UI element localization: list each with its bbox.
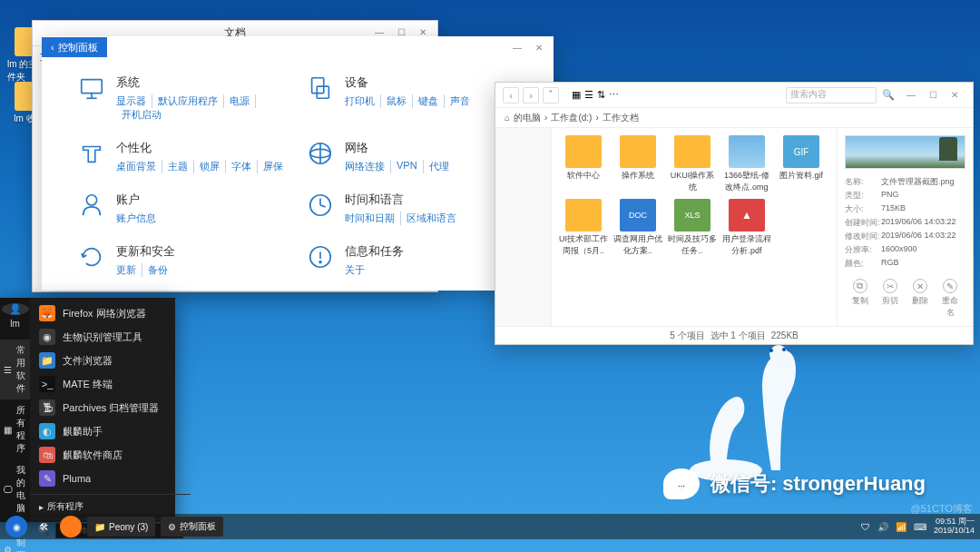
file-tile[interactable]: GIF图片资料.gif	[777, 135, 826, 193]
tab-control-panel[interactable]: ‹ 控制面板	[42, 37, 107, 57]
file-manager-window[interactable]: ‹ › ˄ ▦ ☰ ⇅ ⋯ 搜索内容 🔍 — ☐ ✕ ⌂ 的电脑› 工作盘(d:…	[495, 82, 974, 345]
tray-volume-icon[interactable]: 🔊	[877, 522, 888, 532]
file-tile[interactable]: UKUI操作系统	[668, 135, 717, 193]
start-button[interactable]: ◉	[5, 516, 27, 537]
crumb[interactable]: 工作盘(d:)	[551, 112, 592, 124]
file-tile[interactable]: DOC调查网用户优化方案..	[613, 199, 662, 257]
ctrl-link[interactable]: 开机启动	[116, 108, 167, 122]
ctrl-link[interactable]: 鼠标	[381, 94, 413, 108]
file-tile[interactable]: UI技术部工作周报（5月..	[559, 199, 608, 257]
ctrl-link[interactable]: 显示器	[116, 94, 152, 108]
start-app-item[interactable]: ◉生物识别管理工具	[30, 325, 191, 349]
start-app-item[interactable]: 🦊Firefox 网络浏览器	[30, 301, 191, 325]
preview-action-删除[interactable]: ✕删除	[910, 279, 930, 319]
taskbar-clock[interactable]: 09:51 周一 2019/10/14	[934, 518, 975, 536]
close-button[interactable]: ✕	[944, 84, 965, 106]
start-nav-1[interactable]: ▦所有程序	[0, 399, 30, 459]
ctrl-link[interactable]: 网络连接	[345, 160, 391, 173]
control-panel-window[interactable]: ‹ 控制面板 — ✕ 系统 显示器默认应用程序电源开机启动 设备 打印机鼠标键盘…	[42, 36, 554, 291]
ctrl-link[interactable]: 桌面背景	[116, 160, 162, 173]
preview-action-剪切[interactable]: ✂剪切	[880, 279, 900, 319]
file-tile[interactable]: 软件中心	[559, 135, 608, 193]
tray-network-icon[interactable]: 📶	[896, 522, 906, 532]
file-name: 调查网用户优化方案..	[613, 233, 662, 257]
status-size: 225KB	[771, 330, 799, 340]
view-list-button[interactable]: ☰	[584, 89, 593, 101]
start-app-item[interactable]: >_MATE 终端	[30, 372, 191, 396]
file-name: 用户登录流程分析.pdf	[722, 233, 771, 257]
meta-value: 2019/06/06 14:03:22	[881, 217, 956, 229]
ctrl-category-icon	[307, 74, 334, 102]
ctrl-link[interactable]: 代理	[424, 160, 455, 173]
meta-value: 1600x900	[881, 244, 917, 256]
view-icons-button[interactable]: ▦	[572, 89, 581, 101]
maximize-button[interactable]: ☐	[922, 84, 944, 106]
ctrl-link[interactable]: VPN	[391, 160, 424, 173]
nav-back-button[interactable]: ‹	[503, 87, 519, 104]
ctrl-link[interactable]: 关于	[345, 263, 370, 277]
avatar[interactable]: 👤	[2, 303, 29, 315]
start-app-item[interactable]: ✎Pluma	[30, 467, 191, 490]
preview-action-重命名[interactable]: ✎重命名	[940, 279, 960, 319]
start-nav-2[interactable]: 🖵我的电脑	[0, 459, 30, 519]
ctrl-link[interactable]: 声音	[445, 94, 475, 108]
task-icon: ⚙	[168, 522, 176, 532]
crumb[interactable]: 的电脑	[514, 112, 541, 124]
start-app-item[interactable]: 🗜Parchives 归档管理器	[30, 396, 191, 419]
tray-keyboard-icon[interactable]: ⌨	[914, 522, 926, 532]
ctrl-link[interactable]: 打印机	[345, 94, 381, 108]
breadcrumb[interactable]: ⌂ 的电脑› 工作盘(d:)› 工作文档	[495, 108, 973, 128]
file-tile[interactable]: ▲用户登录流程分析.pdf	[722, 199, 771, 257]
fm-sidebar[interactable]	[495, 128, 552, 326]
taskbar-task[interactable]: ⚙控制面板	[161, 517, 223, 537]
ctrl-link[interactable]: 账户信息	[116, 212, 162, 225]
tray-shield-icon[interactable]: 🛡	[861, 522, 870, 532]
ctrl-link[interactable]: 更新	[116, 263, 142, 277]
fm-file-grid[interactable]: 软件中心操作系统UKUI操作系统1366壁纸-修改终点.omgGIF图片资料.g…	[552, 128, 837, 326]
start-app-item[interactable]: 📁文件浏览器	[30, 349, 191, 372]
taskbar-firefox-icon[interactable]	[60, 516, 82, 537]
ctrl-link[interactable]: 锁屏	[194, 160, 226, 173]
ctrl-link[interactable]: 主题	[162, 160, 194, 173]
ctrl-link[interactable]: 时间和日期	[345, 212, 401, 225]
home-icon[interactable]: ⌂	[505, 113, 510, 123]
ctrl-link[interactable]: 电源	[224, 94, 256, 108]
meta-key: 分辨率:	[845, 244, 881, 256]
ctrl-category: 设备 打印机鼠标键盘声音	[307, 74, 517, 122]
file-tile[interactable]: 操作系统	[613, 135, 662, 193]
file-tile[interactable]: 1366壁纸-修改终点.omg	[722, 135, 771, 193]
minimize-button[interactable]: —	[506, 36, 528, 58]
ctrl-category-title: 个性化	[116, 140, 289, 156]
meta-key: 大小:	[845, 203, 881, 215]
taskbar-task[interactable]: 📁Peony (3)	[87, 517, 155, 537]
back-icon[interactable]: ‹	[51, 42, 54, 53]
start-app-item[interactable]: 🛍麒麟软件商店	[30, 443, 191, 467]
start-app-item[interactable]: ◐麒麟助手	[30, 419, 191, 443]
meta-value: RGB	[881, 258, 899, 270]
ctrl-link[interactable]: 键盘	[413, 94, 445, 108]
fm-search-input[interactable]: 搜索内容	[786, 87, 877, 104]
view-more-button[interactable]: ⋯	[609, 89, 619, 101]
close-button[interactable]: ✕	[528, 36, 550, 58]
ctrl-link[interactable]: 默认应用程序	[152, 94, 224, 108]
ctrl-link[interactable]: 备份	[142, 263, 173, 277]
search-icon[interactable]: 🔍	[882, 89, 895, 101]
start-nav-0[interactable]: ☰常用软件	[0, 340, 30, 399]
file-thumb-icon	[620, 135, 656, 168]
view-sort-button[interactable]: ⇅	[597, 89, 605, 101]
start-menu[interactable]: 👤 lm ☰常用软件▦所有程序🖵我的电脑⚙控制面板💬问题反馈 关机 ▾ 🦊Fir…	[0, 298, 175, 522]
nav-up-button[interactable]: ˄	[543, 87, 559, 104]
file-tile[interactable]: XLS时间及技巧多任务..	[668, 199, 717, 257]
file-name: 软件中心	[567, 170, 600, 182]
taskbar[interactable]: ◉ 🛠 📁Peony (3)⚙控制面板 🛡 🔊 📶 ⌨ 09:51 周一 201…	[0, 514, 980, 539]
ctrl-link[interactable]: 屏保	[258, 160, 289, 173]
action-icon: ⧉	[853, 279, 867, 293]
taskbar-app-icon[interactable]: 🛠	[33, 516, 54, 537]
nav-forward-button[interactable]: ›	[523, 87, 539, 104]
preview-action-复制[interactable]: ⧉复制	[850, 279, 870, 319]
crumb[interactable]: 工作文档	[603, 112, 639, 124]
app-icon: >_	[39, 376, 55, 392]
ctrl-link[interactable]: 区域和语言	[401, 212, 462, 225]
minimize-button[interactable]: —	[900, 84, 922, 106]
ctrl-link[interactable]: 字体	[226, 160, 258, 173]
